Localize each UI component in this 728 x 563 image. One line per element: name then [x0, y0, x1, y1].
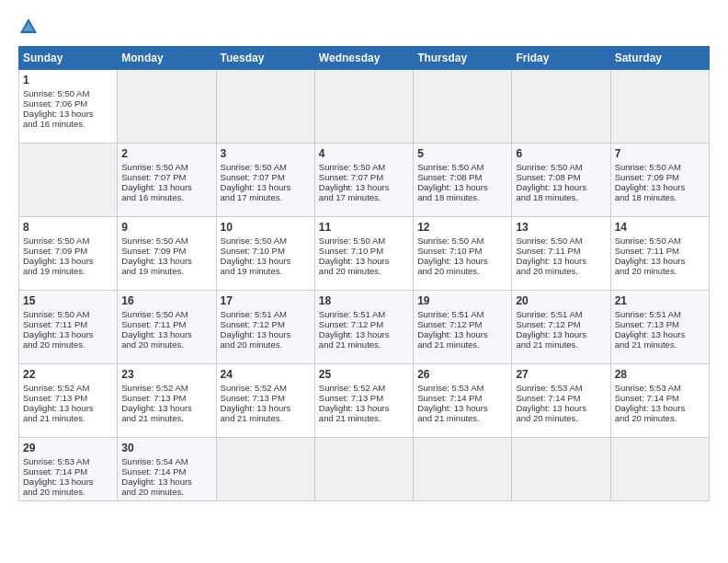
calendar-cell: 8Sunrise: 5:50 AMSunset: 7:09 PMDaylight… [19, 217, 118, 291]
day-info: Daylight: 13 hours [516, 182, 606, 192]
calendar-cell: 13Sunrise: 5:50 AMSunset: 7:11 PMDayligh… [512, 217, 610, 291]
day-info: Daylight: 13 hours [319, 403, 409, 413]
calendar-cell: 1Sunrise: 5:50 AMSunset: 7:06 PMDaylight… [19, 70, 118, 144]
calendar-row: 8Sunrise: 5:50 AMSunset: 7:09 PMDaylight… [19, 217, 710, 291]
day-info: Sunrise: 5:54 AM [121, 456, 211, 466]
day-info: and 21 minutes. [615, 339, 705, 350]
day-number: 10 [221, 221, 311, 234]
day-info: Daylight: 13 hours [615, 256, 705, 266]
calendar-cell: 29Sunrise: 5:53 AMSunset: 7:14 PMDayligh… [19, 438, 118, 501]
day-info: Sunrise: 5:53 AM [417, 383, 507, 393]
day-info: Sunset: 7:10 PM [319, 246, 409, 256]
day-info: Daylight: 13 hours [417, 403, 507, 413]
day-info: and 21 minutes. [319, 413, 409, 423]
day-info: Sunrise: 5:50 AM [319, 236, 409, 246]
day-info: Sunset: 7:09 PM [121, 246, 211, 256]
day-header-thursday: Thursday [414, 47, 512, 70]
day-number: 9 [121, 221, 211, 234]
day-info: and 21 minutes. [221, 413, 311, 423]
day-number: 21 [615, 294, 705, 307]
day-info: Sunset: 7:07 PM [319, 172, 409, 182]
day-number: 23 [121, 368, 211, 381]
day-info: Sunset: 7:09 PM [23, 246, 113, 256]
day-info: Daylight: 13 hours [516, 329, 606, 339]
page: SundayMondayTuesdayWednesdayThursdayFrid… [0, 0, 728, 563]
day-number: 14 [615, 221, 705, 234]
calendar-row: 2Sunrise: 5:50 AMSunset: 7:07 PMDaylight… [19, 144, 710, 217]
day-info: Sunrise: 5:51 AM [417, 309, 507, 319]
day-info: and 21 minutes. [23, 413, 113, 423]
day-info: and 21 minutes. [121, 413, 211, 423]
day-info: Daylight: 13 hours [615, 403, 705, 413]
day-number: 17 [221, 294, 311, 307]
day-number: 25 [319, 368, 409, 381]
day-info: Sunrise: 5:50 AM [516, 162, 606, 172]
day-info: and 19 minutes. [23, 266, 113, 276]
day-info: Daylight: 13 hours [319, 329, 409, 339]
day-info: Sunrise: 5:51 AM [516, 309, 606, 319]
day-info: and 20 minutes. [319, 266, 409, 276]
day-info: Daylight: 13 hours [23, 256, 113, 266]
day-number: 11 [319, 221, 409, 234]
day-info: Sunset: 7:08 PM [417, 172, 507, 182]
day-info: Daylight: 13 hours [121, 403, 211, 413]
day-header-sunday: Sunday [19, 47, 118, 70]
day-number: 1 [23, 74, 113, 86]
day-info: Sunset: 7:07 PM [221, 172, 311, 182]
calendar-cell [512, 70, 610, 144]
day-number: 26 [417, 368, 507, 381]
day-info: Sunrise: 5:53 AM [23, 456, 113, 466]
day-info: Sunset: 7:14 PM [615, 393, 705, 403]
day-info: and 20 minutes. [516, 266, 606, 276]
calendar-cell: 10Sunrise: 5:50 AMSunset: 7:10 PMDayligh… [216, 217, 314, 291]
day-header-monday: Monday [118, 47, 216, 70]
day-info: Daylight: 13 hours [23, 403, 113, 413]
day-info: and 16 minutes. [23, 119, 113, 129]
day-info: and 17 minutes. [319, 192, 409, 202]
calendar-cell: 12Sunrise: 5:50 AMSunset: 7:10 PMDayligh… [414, 217, 512, 291]
day-info: Sunrise: 5:50 AM [319, 162, 409, 172]
day-info: Sunset: 7:14 PM [23, 466, 113, 477]
header [18, 17, 710, 37]
calendar-cell [216, 438, 314, 501]
day-info: Sunset: 7:09 PM [615, 172, 705, 182]
day-info: and 18 minutes. [417, 192, 507, 202]
day-info: and 20 minutes. [23, 339, 113, 350]
day-info: Daylight: 13 hours [23, 477, 113, 487]
day-info: Sunrise: 5:52 AM [221, 383, 311, 393]
calendar-cell: 30Sunrise: 5:54 AMSunset: 7:14 PMDayligh… [118, 438, 216, 501]
calendar-cell: 28Sunrise: 5:53 AMSunset: 7:14 PMDayligh… [610, 364, 709, 438]
calendar-cell: 27Sunrise: 5:53 AMSunset: 7:14 PMDayligh… [512, 364, 610, 438]
day-info: Sunset: 7:06 PM [23, 98, 113, 109]
day-info: and 19 minutes. [121, 266, 211, 276]
day-info: Sunrise: 5:51 AM [615, 309, 705, 319]
day-info: and 17 minutes. [221, 192, 311, 202]
day-info: Sunset: 7:10 PM [417, 246, 507, 256]
day-info: Sunrise: 5:50 AM [121, 236, 211, 246]
day-number: 8 [23, 221, 113, 234]
calendar: SundayMondayTuesdayWednesdayThursdayFrid… [18, 46, 710, 501]
day-info: Sunrise: 5:53 AM [615, 383, 705, 393]
day-number: 22 [23, 368, 113, 381]
day-number: 15 [23, 294, 113, 307]
day-info: Sunset: 7:14 PM [121, 466, 211, 477]
day-info: and 20 minutes. [23, 487, 113, 497]
calendar-cell: 23Sunrise: 5:52 AMSunset: 7:13 PMDayligh… [118, 364, 216, 438]
day-info: Sunset: 7:11 PM [615, 246, 705, 256]
day-header-friday: Friday [512, 47, 610, 70]
day-info: Daylight: 13 hours [417, 182, 507, 192]
day-info: Sunrise: 5:50 AM [121, 309, 211, 319]
day-info: Sunrise: 5:52 AM [121, 383, 211, 393]
day-info: Daylight: 13 hours [516, 256, 606, 266]
day-number: 18 [319, 294, 409, 307]
calendar-row: 15Sunrise: 5:50 AMSunset: 7:11 PMDayligh… [19, 291, 710, 364]
day-number: 3 [221, 147, 311, 160]
day-info: Daylight: 13 hours [221, 329, 311, 339]
day-info: Sunset: 7:08 PM [516, 172, 606, 182]
day-number: 7 [615, 147, 705, 160]
day-info: and 20 minutes. [121, 487, 211, 497]
day-number: 2 [121, 147, 211, 160]
calendar-cell: 24Sunrise: 5:52 AMSunset: 7:13 PMDayligh… [216, 364, 314, 438]
calendar-cell [610, 70, 709, 144]
day-info: and 19 minutes. [221, 266, 311, 276]
